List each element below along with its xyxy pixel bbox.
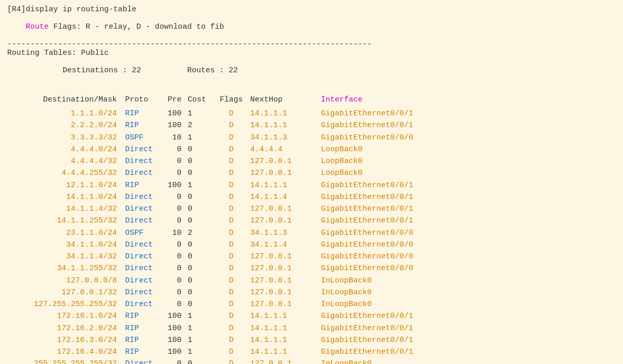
cell-iface: InLoopBack0 bbox=[311, 358, 439, 364]
flags-description: Flags: R - relay, D - download to fib bbox=[49, 23, 224, 31]
cell-flags: D bbox=[218, 239, 244, 251]
cell-nexthop: 14.1.1.1 bbox=[244, 334, 311, 346]
cell-iface: GigabitEthernet0/0/1 bbox=[311, 119, 439, 131]
cell-pre: 100 bbox=[162, 322, 188, 334]
cell-pre: 0 bbox=[162, 251, 188, 262]
header-pre: Pre bbox=[162, 92, 188, 108]
cell-iface: LoopBack0 bbox=[311, 155, 439, 167]
routes-label: Routes : 22 bbox=[141, 66, 238, 75]
cell-iface: GigabitEthernet0/0/1 bbox=[311, 191, 439, 203]
cell-iface: LoopBack0 bbox=[311, 167, 439, 179]
table-row: 127.0.0.0/8 Direct 0 0 D 127.0.0.1 InLoo… bbox=[7, 275, 616, 287]
cell-dest: 4.4.4.4/32 bbox=[7, 155, 125, 167]
table-row: 3.3.3.3/32 OSPF 10 1 D 34.1.1.3 GigabitE… bbox=[7, 132, 616, 144]
cell-proto: Direct bbox=[125, 287, 162, 298]
cell-nexthop: 127.0.0.1 bbox=[244, 358, 311, 364]
cell-proto: Direct bbox=[125, 251, 162, 262]
cell-cost: 0 bbox=[188, 191, 218, 203]
cell-pre: 0 bbox=[162, 239, 188, 251]
cell-proto: Direct bbox=[125, 167, 162, 179]
table-row: 255.255.255.255/32 Direct 0 0 D 127.0.0.… bbox=[7, 358, 616, 364]
cell-nexthop: 34.1.1.4 bbox=[244, 239, 311, 251]
cell-nexthop: 127.0.0.1 bbox=[244, 298, 311, 310]
table-row: 127.255.255.255/32 Direct 0 0 D 127.0.0.… bbox=[7, 298, 616, 310]
cell-pre: 100 bbox=[162, 179, 188, 191]
cell-dest: 255.255.255.255/32 bbox=[7, 358, 125, 364]
cell-pre: 0 bbox=[162, 275, 188, 287]
cell-cost: 0 bbox=[188, 239, 218, 251]
cell-nexthop: 127.0.0.1 bbox=[244, 203, 311, 215]
table-row: 14.1.1.4/32 Direct 0 0 D 127.0.0.1 Gigab… bbox=[7, 203, 616, 215]
cell-cost: 0 bbox=[188, 275, 218, 287]
cell-cost: 1 bbox=[188, 310, 218, 322]
terminal-output: [R4]display ip routing-table Route Flags… bbox=[7, 5, 616, 364]
cell-iface: GigabitEthernet0/0/0 bbox=[311, 262, 439, 274]
cell-cost: 1 bbox=[188, 322, 218, 334]
cell-proto: RIP bbox=[125, 310, 162, 322]
cell-pre: 0 bbox=[162, 358, 188, 364]
cell-iface: GigabitEthernet0/0/0 bbox=[311, 251, 439, 262]
cell-cost: 0 bbox=[188, 298, 218, 310]
cell-nexthop: 14.1.1.1 bbox=[244, 108, 311, 119]
header-proto: Proto bbox=[125, 92, 162, 108]
cell-proto: Direct bbox=[125, 358, 162, 364]
cell-dest: 14.1.1.255/32 bbox=[7, 215, 125, 227]
divider-line: ----------------------------------------… bbox=[7, 40, 616, 49]
table-row: 127.0.0.1/32 Direct 0 0 D 127.0.0.1 InLo… bbox=[7, 287, 616, 298]
cell-proto: Direct bbox=[125, 155, 162, 167]
cell-flags: D bbox=[218, 119, 244, 131]
cell-cost: 1 bbox=[188, 108, 218, 119]
cell-iface: GigabitEthernet0/0/1 bbox=[311, 322, 439, 334]
table-row: 172.16.1.0/24 RIP 100 1 D 14.1.1.1 Gigab… bbox=[7, 310, 616, 322]
command-line: [R4]display ip routing-table bbox=[7, 5, 616, 14]
cell-dest: 34.1.1.255/32 bbox=[7, 262, 125, 274]
table-row: 34.1.1.255/32 Direct 0 0 D 127.0.0.1 Gig… bbox=[7, 262, 616, 274]
route-keyword: Route bbox=[26, 23, 49, 31]
cell-flags: D bbox=[218, 275, 244, 287]
cell-nexthop: 34.1.1.3 bbox=[244, 227, 311, 239]
cell-pre: 0 bbox=[162, 287, 188, 298]
cell-proto: Direct bbox=[125, 203, 162, 215]
cell-pre: 0 bbox=[162, 144, 188, 155]
cell-proto: OSPF bbox=[125, 227, 162, 239]
cell-dest: 3.3.3.3/32 bbox=[7, 132, 125, 144]
cell-flags: D bbox=[218, 346, 244, 358]
table-row: 4.4.4.255/32 Direct 0 0 D 127.0.0.1 Loop… bbox=[7, 167, 616, 179]
cell-cost: 2 bbox=[188, 227, 218, 239]
cell-iface: GigabitEthernet0/0/1 bbox=[311, 310, 439, 322]
cell-dest: 127.255.255.255/32 bbox=[7, 298, 125, 310]
cell-pre: 0 bbox=[162, 203, 188, 215]
cell-nexthop: 14.1.1.1 bbox=[244, 119, 311, 131]
cell-pre: 0 bbox=[162, 215, 188, 227]
cell-flags: D bbox=[218, 262, 244, 274]
cell-nexthop: 127.0.0.1 bbox=[244, 155, 311, 167]
cell-flags: D bbox=[218, 287, 244, 298]
cell-cost: 1 bbox=[188, 334, 218, 346]
cell-cost: 2 bbox=[188, 119, 218, 131]
cell-pre: 0 bbox=[162, 167, 188, 179]
header-iface: Interface bbox=[311, 92, 439, 108]
cell-proto: Direct bbox=[125, 298, 162, 310]
cell-iface: GigabitEthernet0/0/1 bbox=[311, 334, 439, 346]
cell-proto: RIP bbox=[125, 119, 162, 131]
cell-nexthop: 14.1.1.1 bbox=[244, 310, 311, 322]
cell-pre: 10 bbox=[162, 132, 188, 144]
cell-dest: 172.16.1.0/24 bbox=[7, 310, 125, 322]
cell-iface: GigabitEthernet0/0/0 bbox=[311, 227, 439, 239]
cell-flags: D bbox=[218, 167, 244, 179]
table-row: 4.4.4.0/24 Direct 0 0 D 4.4.4.4 LoopBack… bbox=[7, 144, 616, 155]
header-cost: Cost bbox=[188, 92, 218, 108]
cell-proto: OSPF bbox=[125, 132, 162, 144]
cell-iface: InLoopBack0 bbox=[311, 275, 439, 287]
cell-proto: Direct bbox=[125, 215, 162, 227]
cell-dest: 127.0.0.0/8 bbox=[7, 275, 125, 287]
cell-iface: LoopBack0 bbox=[311, 144, 439, 155]
cell-nexthop: 127.0.0.1 bbox=[244, 275, 311, 287]
cell-iface: GigabitEthernet0/0/0 bbox=[311, 239, 439, 251]
table-row: 172.16.3.0/24 RIP 100 1 D 14.1.1.1 Gigab… bbox=[7, 334, 616, 346]
table-row: 4.4.4.4/32 Direct 0 0 D 127.0.0.1 LoopBa… bbox=[7, 155, 616, 167]
cell-flags: D bbox=[218, 215, 244, 227]
table-row: 34.1.1.4/32 Direct 0 0 D 127.0.0.1 Gigab… bbox=[7, 251, 616, 262]
cell-nexthop: 34.1.1.3 bbox=[244, 132, 311, 144]
table-row: 23.1.1.0/24 OSPF 10 2 D 34.1.1.3 Gigabit… bbox=[7, 227, 616, 239]
